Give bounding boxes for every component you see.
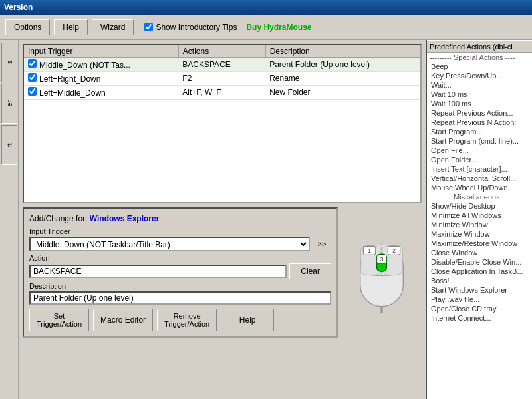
predefined-item[interactable]: Mouse Wheel Up/Down... xyxy=(427,183,532,192)
form-mouse-row: Add/Change for: Windows Explorer Input T… xyxy=(23,207,422,338)
svg-text:1: 1 xyxy=(368,247,371,254)
predefined-separator: --------- Special Actions ---- xyxy=(427,53,532,62)
predefined-item[interactable]: Wait 10 ms xyxy=(427,90,532,99)
side-nav: s er ft xyxy=(0,40,19,399)
predefined-item[interactable]: Key Press/Down/Up... xyxy=(427,71,532,80)
buy-hydramouse-link[interactable]: Buy HydraMouse xyxy=(246,23,311,32)
action-input[interactable] xyxy=(29,265,287,278)
side-nav-btn-er[interactable]: er xyxy=(1,84,17,124)
predefined-item[interactable]: Wait... xyxy=(427,80,532,90)
action-label: Action xyxy=(29,254,331,262)
triggers-table-container: Input Trigger Actions Description Middle… xyxy=(23,44,422,203)
triggers-table: Input Trigger Actions Description Middle… xyxy=(24,45,420,100)
show-tips-checkbox[interactable] xyxy=(144,23,153,31)
predefined-item[interactable]: Repeat Previous N Action: xyxy=(427,118,532,127)
predefined-item[interactable]: Open File... xyxy=(427,146,532,155)
description-input[interactable] xyxy=(29,291,331,305)
center-panel: Input Trigger Actions Description Middle… xyxy=(19,40,426,399)
action-row: Clear xyxy=(29,263,331,279)
svg-text:2: 2 xyxy=(392,247,396,254)
predefined-item[interactable]: Beep xyxy=(427,62,532,71)
title-bar: Version xyxy=(0,0,532,15)
action-cell: F2 xyxy=(178,72,265,86)
col-header-description: Description xyxy=(265,45,420,58)
form-area: Add/Change for: Windows Explorer Input T… xyxy=(23,207,338,338)
input-trigger-row: Middle_Down (NOT Taskbar/Title Bar) >> xyxy=(29,237,331,251)
trigger-cell: Left+Middle_Down xyxy=(24,86,178,100)
description-label: Description xyxy=(29,282,331,290)
row-checkbox[interactable] xyxy=(28,87,37,96)
predefined-item[interactable]: Open/Close CD tray xyxy=(427,304,532,313)
predefined-item[interactable]: Maximize/Restore Window xyxy=(427,239,532,248)
row-checkbox[interactable] xyxy=(28,73,37,82)
action-cell: BACKSPACE xyxy=(178,58,265,72)
clear-button[interactable]: Clear xyxy=(289,263,331,279)
svg-text:3: 3 xyxy=(380,256,384,263)
remove-trigger-button[interactable]: Remove Trigger/Action xyxy=(157,309,217,331)
predefined-item[interactable]: Internet Connect... xyxy=(427,313,532,323)
title-text: Version xyxy=(4,3,33,12)
right-panel-header: Predefined Actions (dbl-cl xyxy=(427,41,532,53)
predefined-item[interactable]: Vertical/Horizontal Scroll... xyxy=(427,174,532,183)
predefined-item[interactable]: Boss!... xyxy=(427,276,532,285)
toolbar: Options Help Wizard Show Introductory Ti… xyxy=(0,15,532,40)
predefined-item[interactable]: Repeat Previous Action... xyxy=(427,108,532,118)
predefined-item[interactable]: Maximize Window xyxy=(427,229,532,239)
help-form-button[interactable]: Help xyxy=(221,309,274,331)
predefined-item[interactable]: Minimize All Windows xyxy=(427,211,532,220)
description-cell: Rename xyxy=(265,72,420,86)
predefined-separator: --------- Miscellaneous ------ xyxy=(427,192,532,201)
app-name: Windows Explorer xyxy=(90,214,160,223)
macro-editor-button[interactable]: Macro Editor xyxy=(93,309,153,331)
trigger-cell: Left+Right_Down xyxy=(24,72,178,86)
col-header-trigger: Input Trigger xyxy=(24,45,178,58)
wizard-button[interactable]: Wizard xyxy=(92,19,134,35)
main-content: s er ft Input Trigger Actions Descriptio… xyxy=(0,40,532,399)
description-row xyxy=(29,291,331,305)
mouse-svg: 1 2 3 xyxy=(352,233,412,313)
predefined-item[interactable]: Minimize Window xyxy=(427,220,532,229)
mouse-diagram: 1 2 3 xyxy=(342,207,422,338)
predefined-item[interactable]: Start Program... xyxy=(427,127,532,136)
form-title: Add/Change for: Windows Explorer xyxy=(29,214,331,223)
description-cell: Parent Folder (Up one level) xyxy=(265,58,420,72)
right-panel-items: --------- Special Actions ----BeepKey Pr… xyxy=(427,53,532,323)
side-nav-btn-ft[interactable]: ft xyxy=(1,125,17,165)
predefined-item[interactable]: Open Folder... xyxy=(427,155,532,164)
col-header-actions: Actions xyxy=(178,45,265,58)
predefined-item[interactable]: Start Windows Explorer xyxy=(427,285,532,295)
action-cell: Alt+F, W, F xyxy=(178,86,265,100)
table-row[interactable]: Left+Right_DownF2Rename xyxy=(24,72,420,86)
arrow-btn[interactable]: >> xyxy=(313,237,331,251)
predefined-item[interactable]: Insert Text [character]... xyxy=(427,164,532,174)
show-tips-label: Show Introductory Tips xyxy=(144,23,237,32)
input-trigger-select[interactable]: Middle_Down (NOT Taskbar/Title Bar) xyxy=(29,237,310,251)
predefined-item[interactable]: Start Program (cmd. line)... xyxy=(427,136,532,146)
help-button[interactable]: Help xyxy=(54,19,88,35)
input-trigger-label: Input Trigger xyxy=(29,227,331,235)
table-row[interactable]: Middle_Down (NOT Tas...BACKSPACEParent F… xyxy=(24,58,420,72)
form-buttons-row: Set Trigger/Action Macro Editor Remove T… xyxy=(29,309,331,331)
predefined-item[interactable]: Show/Hide Desktop xyxy=(427,201,532,211)
predefined-item[interactable]: Close Application In TaskB... xyxy=(427,267,532,276)
table-row[interactable]: Left+Middle_DownAlt+F, W, FNew Folder xyxy=(24,86,420,100)
side-nav-btn-s[interactable]: s xyxy=(1,43,17,82)
set-trigger-button[interactable]: Set Trigger/Action xyxy=(29,309,89,331)
right-panel: Predefined Actions (dbl-cl --------- Spe… xyxy=(426,40,532,399)
show-tips-text: Show Introductory Tips xyxy=(156,23,237,32)
options-button[interactable]: Options xyxy=(5,19,50,35)
description-cell: New Folder xyxy=(265,86,420,100)
row-checkbox[interactable] xyxy=(28,59,37,68)
predefined-item[interactable]: Close Window xyxy=(427,248,532,257)
predefined-item[interactable]: Play .wav file... xyxy=(427,295,532,304)
predefined-item[interactable]: Wait 100 ms xyxy=(427,99,532,108)
trigger-cell: Middle_Down (NOT Tas... xyxy=(24,58,178,72)
predefined-item[interactable]: Disable/Enable Close Win... xyxy=(427,257,532,267)
